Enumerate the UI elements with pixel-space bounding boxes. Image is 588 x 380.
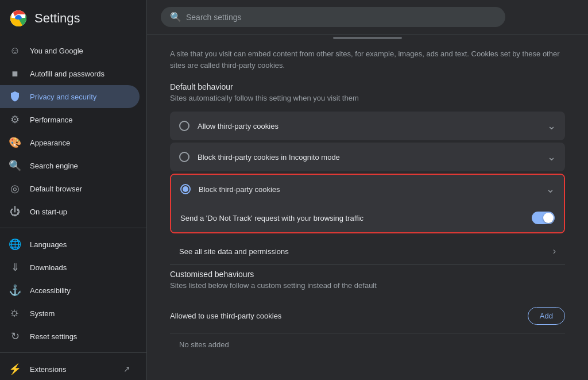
- sidebar-item-languages[interactable]: 🌐 Languages: [0, 233, 140, 256]
- block-all-cookies-option[interactable]: Block third-party cookies ⌄: [171, 175, 564, 204]
- site-data-link[interactable]: See all site data and permissions ›: [170, 238, 565, 265]
- shield-icon: [9, 91, 21, 102]
- sidebar-item-extensions[interactable]: ⚡ Extensions ↗: [0, 358, 140, 380]
- allowed-row: Allowed to use third-party cookies Add: [170, 299, 565, 333]
- sidebar-item-search-engine[interactable]: 🔍 Search engine: [0, 154, 140, 177]
- sidebar-item-label: Accessibility: [30, 286, 71, 295]
- do-not-track-label: Send a 'Do Not Track' request with your …: [180, 214, 532, 222]
- sidebar-item-label: Privacy and security: [30, 93, 96, 101]
- nav-divider: [0, 228, 146, 228]
- sidebar-item-label: You and Google: [30, 47, 83, 55]
- block-incognito-chevron: ⌄: [547, 151, 556, 163]
- content-inner: A site that you visit can embed content …: [147, 39, 588, 370]
- sidebar-item-you-and-google[interactable]: ☺ You and Google: [0, 39, 140, 62]
- allow-cookies-radio[interactable]: [179, 121, 189, 131]
- autofill-icon: ■: [9, 68, 21, 79]
- customised-section: Customised behaviours Sites listed below…: [170, 270, 565, 356]
- sidebar-header: Settings: [0, 0, 146, 37]
- do-not-track-row[interactable]: Send a 'Do Not Track' request with your …: [171, 204, 564, 232]
- sidebar-item-appearance[interactable]: 🎨 Appearance: [0, 131, 140, 154]
- sidebar-item-label: System: [30, 309, 55, 318]
- chrome-logo-icon: [9, 9, 28, 28]
- sidebar-item-system[interactable]: ⛭ System: [0, 302, 140, 325]
- sidebar-item-downloads[interactable]: ⇓ Downloads: [0, 256, 140, 279]
- search-bar-area: 🔍: [147, 0, 588, 34]
- customised-heading: Customised behaviours: [170, 270, 565, 279]
- block-incognito-option[interactable]: Block third-party cookies in Incognito m…: [170, 143, 565, 171]
- sidebar: Settings ☺ You and Google ■ Autofill and…: [0, 0, 147, 380]
- default-behaviour-heading: Default behaviour: [170, 82, 565, 91]
- sidebar-item-label: On start-up: [30, 208, 67, 216]
- sidebar-item-label: Appearance: [30, 139, 70, 147]
- sidebar-item-label: Languages: [30, 240, 67, 249]
- sidebar-item-accessibility[interactable]: ⚓ Accessibility: [0, 279, 140, 302]
- power-icon: ⏻: [9, 206, 21, 217]
- block-all-cookies-radio[interactable]: [180, 184, 191, 194]
- allow-cookies-label: Allow third-party cookies: [198, 122, 547, 130]
- search-input[interactable]: [186, 13, 496, 22]
- person-icon: ☺: [9, 45, 21, 56]
- site-data-label: See all site data and permissions: [179, 247, 553, 256]
- block-incognito-radio[interactable]: [179, 152, 189, 162]
- allow-cookies-option[interactable]: Allow third-party cookies ⌄: [170, 112, 565, 140]
- sidebar-item-label: Performance: [30, 116, 72, 124]
- content-scroll-area: A site that you visit can embed content …: [147, 39, 588, 380]
- customised-subtext: Sites listed below follow a custom setti…: [170, 281, 565, 290]
- performance-icon: ⚙: [9, 114, 21, 125]
- sidebar-nav: ☺ You and Google ■ Autofill and password…: [0, 37, 146, 380]
- sidebar-item-reset-settings[interactable]: ↻ Reset settings: [0, 325, 140, 348]
- browser-icon: ◎: [9, 183, 21, 194]
- do-not-track-toggle[interactable]: [532, 212, 555, 224]
- app-title: Settings: [34, 11, 80, 26]
- scroll-indicator-area: [147, 34, 588, 39]
- sidebar-item-performance[interactable]: ⚙ Performance: [0, 108, 140, 131]
- extensions-icon: ⚡: [9, 363, 21, 375]
- reset-icon: ↻: [9, 331, 21, 342]
- globe-icon: 🌐: [9, 239, 21, 250]
- allowed-label: Allowed to use third-party cookies: [170, 312, 528, 320]
- default-behaviour-subtext: Sites automatically follow this setting …: [170, 94, 565, 102]
- block-all-cookies-chevron: ⌄: [546, 183, 555, 195]
- site-data-arrow-icon: ›: [553, 246, 556, 256]
- sidebar-item-label: Search engine: [30, 162, 78, 170]
- sidebar-item-on-startup[interactable]: ⏻ On start-up: [0, 200, 140, 223]
- search-icon: 🔍: [9, 160, 21, 171]
- sidebar-item-label: Default browser: [30, 185, 82, 193]
- search-bar-icon: 🔍: [170, 11, 181, 22]
- external-link-icon: ↗: [123, 364, 130, 374]
- sidebar-item-autofill[interactable]: ■ Autofill and passwords: [0, 62, 140, 85]
- sidebar-item-label: Downloads: [30, 263, 67, 272]
- sidebar-item-label: Extensions: [30, 365, 67, 374]
- no-sites-label: No sites added: [170, 333, 565, 356]
- system-icon: ⛭: [9, 308, 21, 319]
- add-button[interactable]: Add: [528, 307, 565, 325]
- nav-divider-2: [0, 352, 146, 353]
- search-bar-container: 🔍: [161, 7, 505, 27]
- download-icon: ⇓: [9, 262, 21, 273]
- appearance-icon: 🎨: [9, 137, 21, 148]
- sidebar-item-default-browser[interactable]: ◎ Default browser: [0, 177, 140, 200]
- sidebar-item-label: Autofill and passwords: [30, 70, 105, 78]
- sidebar-item-privacy[interactable]: Privacy and security: [0, 85, 140, 108]
- scroll-indicator: [333, 37, 402, 39]
- highlighted-options-box: Block third-party cookies ⌄ Send a 'Do N…: [170, 174, 565, 233]
- main-content: 🔍 A site that you visit can embed conten…: [147, 0, 588, 380]
- section-description: A site that you visit can embed content …: [170, 48, 565, 71]
- accessibility-icon: ⚓: [9, 285, 21, 296]
- allow-cookies-chevron: ⌄: [547, 120, 556, 132]
- block-incognito-label: Block third-party cookies in Incognito m…: [198, 153, 547, 162]
- sidebar-item-label: Reset settings: [30, 332, 77, 341]
- block-all-cookies-label: Block third-party cookies: [199, 185, 546, 194]
